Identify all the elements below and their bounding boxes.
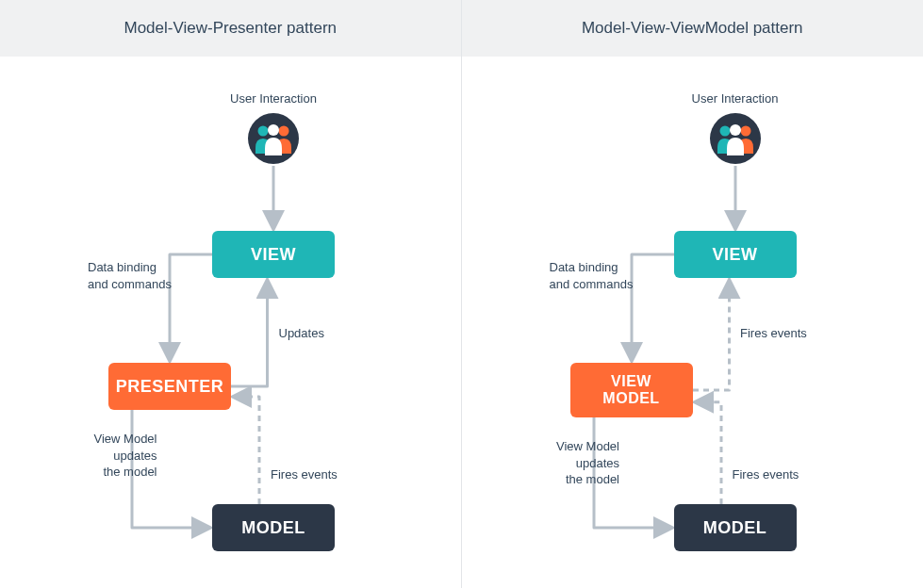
label-user-interaction: User Interaction	[222, 90, 325, 107]
svg-point-1	[279, 126, 289, 137]
label-fires-events: Fires events	[733, 466, 799, 483]
svg-point-5	[730, 124, 741, 136]
panel-mvp: User Interaction VIEWPRESENTERMODELData …	[0, 57, 462, 588]
svg-point-3	[719, 126, 730, 137]
label-fires-events: Fires events	[271, 466, 338, 483]
label-data-binding: Data bindingand commands	[88, 259, 172, 292]
label-user-interaction: User Interaction	[684, 90, 787, 107]
diagram-headers: Model-View-Presenter pattern Model-View-…	[0, 0, 923, 57]
node-view: VIEW	[212, 231, 335, 278]
node-middle: PRESENTER	[108, 363, 231, 410]
node-middle: VIEWMODEL	[570, 363, 693, 417]
node-model: MODEL	[674, 504, 797, 551]
svg-point-2	[268, 124, 279, 136]
panel-mvvm: User Interaction VIEWVIEWMODELMODELData …	[462, 57, 924, 588]
svg-point-0	[258, 126, 269, 137]
users-icon	[710, 113, 761, 164]
diagram-panels: User Interaction VIEWPRESENTERMODELData …	[0, 57, 923, 588]
svg-point-4	[740, 126, 750, 137]
label-vm-updates: View Modelupdatesthe model	[556, 438, 619, 488]
label-updates: Updates	[279, 325, 324, 342]
node-view: VIEW	[674, 231, 797, 278]
users-icon	[248, 113, 299, 164]
label-data-binding: Data bindingand commands	[550, 259, 634, 292]
header-right: Model-View-ViewModel pattern	[462, 0, 924, 57]
label-updates: Fires events	[740, 325, 807, 342]
node-model: MODEL	[212, 504, 335, 551]
header-left: Model-View-Presenter pattern	[0, 0, 462, 57]
label-vm-updates: View Modelupdatesthe model	[94, 431, 157, 481]
